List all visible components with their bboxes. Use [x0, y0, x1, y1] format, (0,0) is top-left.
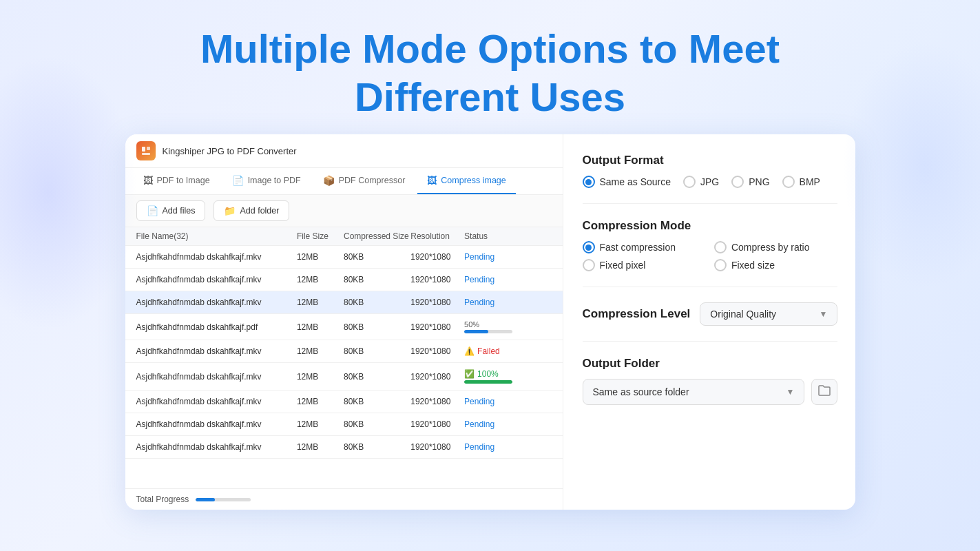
image-to-pdf-icon: 📄 [232, 175, 244, 186]
total-progress-track [196, 498, 251, 501]
add-folder-icon: 📁 [224, 205, 236, 216]
add-files-button[interactable]: 📄 Add files [136, 200, 206, 221]
svg-rect-0 [142, 147, 145, 152]
status-badge: Pending [464, 397, 525, 406]
compression-mode-options: Fast compression Compress by ratio Fixed… [583, 241, 838, 271]
status-badge: Pending [464, 419, 525, 429]
table-row[interactable]: Asjdhfkahdfnmdab dskahfkajf.mkv 12MB 80K… [125, 291, 563, 314]
headline-text: Multiple Mode Options to Meet Different … [0, 25, 980, 121]
app-icon [136, 141, 156, 160]
mode-fixed-pixel[interactable]: Fixed pixel [583, 259, 706, 271]
format-bmp[interactable]: BMP [782, 176, 820, 188]
radio-bmp[interactable] [782, 176, 795, 188]
progress-container: 50% [464, 320, 525, 333]
file-table: File Name(32) File Size Compressed Size … [125, 227, 563, 488]
folder-browse-icon [817, 384, 831, 400]
status-badge: ⚠️ Failed [464, 346, 525, 356]
tab-image-to-pdf[interactable]: 📄 Image to PDF [222, 168, 311, 194]
divider-1 [583, 203, 838, 204]
tab-compress-image[interactable]: 🖼 Compress image [417, 168, 515, 194]
compression-mode-title: Compression Mode [583, 219, 838, 233]
output-format-title: Output Format [583, 154, 838, 167]
settings-panel: Output Format Same as Source JPG PNG BMP [563, 134, 855, 510]
app-title: Kingshiper JPG to PDF Converter [163, 146, 297, 156]
radio-fixed-pixel[interactable] [583, 259, 595, 271]
radio-jpg[interactable] [683, 176, 696, 188]
radio-same-as-source[interactable] [583, 176, 595, 188]
table-row[interactable]: Asjdhfkahdfnmdab dskahfkajf.mkv 12MB 80K… [125, 391, 563, 413]
table-row[interactable]: Asjdhfkahdfnmdab dskahfkajf.mkv 12MB 80K… [125, 436, 563, 459]
format-same-as-source[interactable]: Same as Source [583, 176, 671, 188]
table-row[interactable]: Asjdhfkahdfnmdab dskahfkajf.mkv 12MB 80K… [125, 269, 563, 291]
pdf-to-image-icon: 🖼 [143, 175, 153, 186]
output-folder-section: Output Folder Same as source folder ▼ [583, 357, 838, 405]
output-format-options: Same as Source JPG PNG BMP [583, 176, 838, 188]
ui-container: Kingshiper JPG to PDF Converter 🖼 PDF to… [125, 134, 855, 510]
compression-level-title: Compression Level [583, 307, 691, 321]
status-badge: Pending [464, 442, 525, 452]
tab-pdf-to-image[interactable]: 🖼 PDF to Image [134, 168, 220, 194]
table-row[interactable]: Asjdhfkahdfnmdab dskahfkajf.mkv 12MB 80K… [125, 246, 563, 269]
radio-png[interactable] [731, 176, 744, 188]
dropdown-arrow-icon: ▼ [819, 309, 827, 319]
folder-dropdown-arrow-icon: ▼ [786, 387, 794, 397]
progress-container: ✅ 100% [464, 369, 525, 384]
output-folder-dropdown[interactable]: Same as source folder ▼ [583, 379, 805, 405]
svg-rect-2 [142, 153, 150, 155]
status-badge: Pending [464, 275, 525, 284]
failed-icon: ⚠️ [464, 346, 475, 356]
status-badge: Pending [464, 298, 525, 307]
mode-fast-compression[interactable]: Fast compression [583, 241, 706, 253]
divider-2 [583, 287, 838, 287]
nav-tabs: 🖼 PDF to Image 📄 Image to PDF 📦 PDF Comp… [125, 168, 563, 195]
browse-folder-button[interactable] [811, 379, 837, 405]
total-progress-bar: Total Progress [125, 488, 563, 510]
table-row[interactable]: Asjdhfkahdfnmdab dskahfkajf.mkv 12MB 80K… [125, 363, 563, 391]
output-folder-title: Output Folder [583, 357, 838, 371]
mode-fixed-size[interactable]: Fixed size [714, 259, 837, 271]
compression-level-dropdown[interactable]: Original Quality ▼ [700, 302, 837, 326]
status-badge: Pending [464, 252, 525, 262]
compression-level-section: Compression Level Original Quality ▼ [583, 302, 838, 326]
progress-bar [464, 330, 512, 333]
app-window: Kingshiper JPG to PDF Converter 🖼 PDF to… [125, 134, 563, 510]
output-folder-row: Same as source folder ▼ [583, 379, 838, 405]
divider-3 [583, 341, 838, 342]
toolbar: 📄 Add files 📁 Add folder [125, 195, 563, 227]
format-jpg[interactable]: JPG [683, 176, 719, 188]
add-files-icon: 📄 [147, 205, 158, 216]
output-format-section: Output Format Same as Source JPG PNG BMP [583, 154, 838, 188]
pdf-compressor-icon: 📦 [323, 175, 335, 186]
format-png[interactable]: PNG [731, 176, 769, 188]
success-icon: ✅ [464, 369, 475, 379]
add-folder-button[interactable]: 📁 Add folder [213, 200, 289, 221]
mode-compress-by-ratio[interactable]: Compress by ratio [714, 241, 837, 253]
radio-fast-compression[interactable] [583, 241, 595, 253]
headline-section: Multiple Mode Options to Meet Different … [0, 0, 980, 134]
tab-pdf-compressor[interactable]: 📦 PDF Compressor [313, 168, 415, 194]
progress-bar [464, 380, 512, 384]
svg-rect-1 [147, 147, 150, 150]
table-header: File Name(32) File Size Compressed Size … [125, 227, 563, 246]
radio-compress-by-ratio[interactable] [714, 241, 727, 253]
compression-mode-section: Compression Mode Fast compression Compre… [583, 219, 838, 271]
table-row[interactable]: Asjdhfkahdfnmdab dskahfkajf.mkv 12MB 80K… [125, 340, 563, 363]
total-progress-fill [196, 498, 215, 501]
table-row[interactable]: Asjdhfkahdfnmdab dskahfkajf.mkv 12MB 80K… [125, 413, 563, 436]
title-bar: Kingshiper JPG to PDF Converter [125, 134, 563, 168]
table-row[interactable]: Asjdhfkahdfnmdab dskahfkajf.pdf 12MB 80K… [125, 314, 563, 340]
compress-image-icon: 🖼 [427, 175, 437, 186]
radio-fixed-size[interactable] [714, 259, 727, 271]
